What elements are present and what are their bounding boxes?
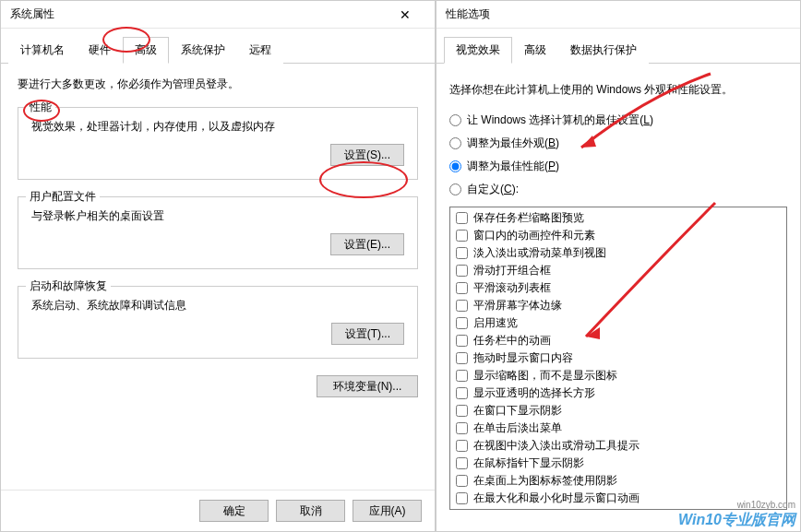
- ok-button[interactable]: 确定: [199, 500, 269, 522]
- visual-effects-desc: 选择你想在此计算机上使用的 Windows 外观和性能设置。: [449, 82, 787, 98]
- close-button-left[interactable]: ✕: [384, 2, 425, 28]
- checkbox-item-8[interactable]: 拖动时显示窗口内容: [452, 349, 784, 367]
- checkbox-label-0[interactable]: 保存任务栏缩略图预览: [473, 210, 584, 226]
- titlebar-right: 性能选项: [436, 1, 800, 29]
- checkbox-input-4[interactable]: [456, 282, 468, 294]
- checkbox-label-15[interactable]: 在桌面上为图标标签使用阴影: [473, 473, 617, 489]
- checkbox-label-2[interactable]: 淡入淡出或滑动菜单到视图: [473, 245, 606, 261]
- checkbox-label-6[interactable]: 启用速览: [473, 315, 518, 331]
- checkbox-item-2[interactable]: 淡入淡出或滑动菜单到视图: [452, 244, 784, 262]
- checkbox-label-11[interactable]: 在窗口下显示阴影: [473, 403, 562, 419]
- radio-label-3[interactable]: 自定义(C):: [467, 182, 519, 197]
- radio-label-0[interactable]: 让 Windows 选择计算机的最佳设置(L): [467, 112, 653, 128]
- startup-settings-button[interactable]: 设置(T)...: [331, 323, 404, 345]
- group-startup-title: 启动和故障恢复: [26, 278, 111, 294]
- radio-label-2[interactable]: 调整为最佳性能(P): [467, 159, 559, 174]
- system-properties-dialog: 系统属性 ✕ 计算机名 硬件 高级 系统保护 远程 要进行大多数更改，你必须作为…: [0, 0, 436, 532]
- radio-input-2[interactable]: [449, 160, 461, 172]
- checkbox-item-13[interactable]: 在视图中淡入淡出或滑动工具提示: [452, 437, 784, 455]
- checkbox-input-15[interactable]: [456, 475, 468, 487]
- checkbox-item-9[interactable]: 显示缩略图，而不是显示图标: [452, 367, 784, 384]
- radio-label-1[interactable]: 调整为最佳外观(B): [467, 136, 559, 151]
- tab-dep[interactable]: 数据执行保护: [558, 37, 649, 64]
- checkbox-input-1[interactable]: [456, 230, 468, 242]
- checkbox-input-0[interactable]: [456, 212, 468, 224]
- radio-input-3[interactable]: [449, 183, 461, 195]
- tabs-left: 计算机名 硬件 高级 系统保护 远程: [1, 36, 435, 64]
- apply-button[interactable]: 应用(A): [353, 500, 422, 522]
- checkbox-label-13[interactable]: 在视图中淡入淡出或滑动工具提示: [473, 438, 640, 454]
- titlebar-left: 系统属性 ✕: [1, 1, 435, 29]
- radio-option-3[interactable]: 自定义(C):: [449, 182, 787, 197]
- content-right: 选择你想在此计算机上使用的 Windows 外观和性能设置。 让 Windows…: [436, 64, 800, 521]
- tab-remote[interactable]: 远程: [237, 37, 283, 64]
- checkbox-input-6[interactable]: [456, 317, 468, 329]
- checkbox-item-3[interactable]: 滑动打开组合框: [452, 262, 784, 279]
- radio-option-0[interactable]: 让 Windows 选择计算机的最佳设置(L): [449, 112, 787, 128]
- group-user-profiles: 用户配置文件 与登录帐户相关的桌面设置 设置(E)...: [18, 196, 418, 269]
- checkbox-item-11[interactable]: 在窗口下显示阴影: [452, 402, 784, 420]
- checkbox-label-14[interactable]: 在鼠标指针下显示阴影: [473, 455, 584, 471]
- cancel-button[interactable]: 取消: [276, 500, 345, 522]
- radio-input-1[interactable]: [449, 137, 461, 149]
- checkbox-input-3[interactable]: [456, 265, 468, 277]
- checkbox-input-7[interactable]: [456, 335, 468, 347]
- tab-advanced-right[interactable]: 高级: [512, 37, 558, 64]
- checkbox-item-6[interactable]: 启用速览: [452, 314, 784, 332]
- tab-advanced[interactable]: 高级: [123, 37, 169, 64]
- title-left: 系统属性: [10, 6, 384, 22]
- checkbox-label-16[interactable]: 在最大化和最小化时显示窗口动画: [473, 491, 640, 506]
- bottom-buttons-left: 确定 取消 应用(A): [1, 490, 435, 531]
- environment-variables-button[interactable]: 环境变量(N)...: [317, 375, 418, 397]
- checkbox-item-14[interactable]: 在鼠标指针下显示阴影: [452, 455, 784, 472]
- checkbox-input-12[interactable]: [456, 422, 468, 434]
- performance-settings-button[interactable]: 设置(S)...: [330, 144, 404, 166]
- checkbox-input-13[interactable]: [456, 440, 468, 452]
- radio-group: 让 Windows 选择计算机的最佳设置(L)调整为最佳外观(B)调整为最佳性能…: [449, 112, 787, 197]
- checkbox-item-5[interactable]: 平滑屏幕字体边缘: [452, 297, 784, 314]
- checkbox-label-1[interactable]: 窗口内的动画控件和元素: [473, 228, 595, 243]
- group-user-profiles-title: 用户配置文件: [26, 189, 100, 205]
- group-performance-title: 性能: [26, 100, 55, 115]
- title-right: 性能选项: [446, 6, 791, 22]
- checkbox-input-10[interactable]: [456, 387, 468, 399]
- checkbox-input-5[interactable]: [456, 300, 468, 312]
- radio-option-1[interactable]: 调整为最佳外观(B): [449, 136, 787, 151]
- checkbox-input-9[interactable]: [456, 370, 468, 382]
- checkbox-item-16[interactable]: 在最大化和最小化时显示窗口动画: [452, 490, 784, 507]
- checkbox-item-4[interactable]: 平滑滚动列表框: [452, 279, 784, 297]
- checkbox-item-1[interactable]: 窗口内的动画控件和元素: [452, 227, 784, 244]
- checkbox-label-5[interactable]: 平滑屏幕字体边缘: [473, 298, 562, 313]
- checkbox-label-12[interactable]: 在单击后淡出菜单: [473, 420, 562, 436]
- checkbox-label-9[interactable]: 显示缩略图，而不是显示图标: [473, 368, 617, 384]
- checkbox-input-14[interactable]: [456, 457, 468, 469]
- radio-option-2[interactable]: 调整为最佳性能(P): [449, 159, 787, 174]
- group-performance: 性能 视觉效果，处理器计划，内存使用，以及虚拟内存 设置(S)...: [18, 107, 418, 180]
- group-startup-desc: 系统启动、系统故障和调试信息: [31, 298, 404, 313]
- checkbox-input-16[interactable]: [456, 492, 468, 504]
- checkbox-input-2[interactable]: [456, 247, 468, 259]
- checkbox-item-7[interactable]: 任务栏中的动画: [452, 332, 784, 349]
- checkbox-label-3[interactable]: 滑动打开组合框: [473, 263, 551, 278]
- tab-hardware[interactable]: 硬件: [77, 37, 123, 64]
- checkbox-list[interactable]: 保存任务栏缩略图预览窗口内的动画控件和元素淡入淡出或滑动菜单到视图滑动打开组合框…: [449, 207, 787, 510]
- checkbox-label-4[interactable]: 平滑滚动列表框: [473, 280, 551, 296]
- checkbox-item-15[interactable]: 在桌面上为图标标签使用阴影: [452, 472, 784, 490]
- checkbox-input-11[interactable]: [456, 405, 468, 417]
- checkbox-item-10[interactable]: 显示亚透明的选择长方形: [452, 384, 784, 402]
- checkbox-item-12[interactable]: 在单击后淡出菜单: [452, 420, 784, 437]
- checkbox-label-8[interactable]: 拖动时显示窗口内容: [473, 350, 573, 366]
- checkbox-input-8[interactable]: [456, 352, 468, 364]
- content-left: 要进行大多数更改，你必须作为管理员登录。 性能 视觉效果，处理器计划，内存使用，…: [1, 64, 435, 490]
- tab-computer-name[interactable]: 计算机名: [8, 37, 77, 64]
- tabs-right: 视觉效果 高级 数据执行保护: [436, 36, 800, 64]
- tab-system-protection[interactable]: 系统保护: [169, 37, 237, 64]
- group-startup: 启动和故障恢复 系统启动、系统故障和调试信息 设置(T)...: [18, 286, 418, 359]
- tab-visual-effects[interactable]: 视觉效果: [444, 37, 512, 64]
- user-profiles-settings-button[interactable]: 设置(E)...: [330, 233, 404, 255]
- checkbox-label-10[interactable]: 显示亚透明的选择长方形: [473, 385, 595, 401]
- checkbox-label-7[interactable]: 任务栏中的动画: [473, 333, 551, 349]
- group-performance-desc: 视觉效果，处理器计划，内存使用，以及虚拟内存: [31, 119, 404, 135]
- radio-input-0[interactable]: [449, 114, 461, 126]
- checkbox-item-0[interactable]: 保存任务栏缩略图预览: [452, 209, 784, 227]
